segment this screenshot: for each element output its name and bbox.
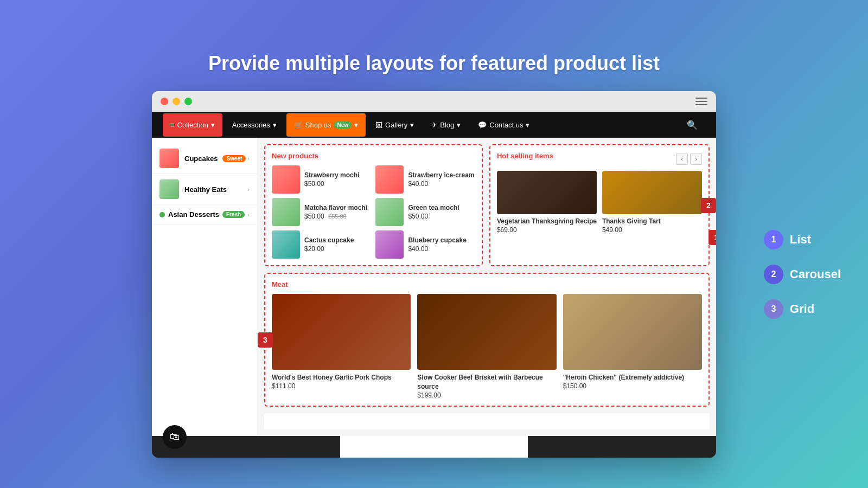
sidebar-item-healthy[interactable]: Healthy Eats › bbox=[152, 174, 257, 205]
top-sections: New products Strawberry mochi $50.00 bbox=[264, 144, 710, 266]
sidebar-item-asian-label: Asian Desserts bbox=[168, 210, 219, 219]
sidebar: Cupcakes Sweet › Healthy Eats › Asian De… bbox=[152, 138, 258, 436]
nav-collection[interactable]: ≡ Collection ▾ bbox=[163, 113, 222, 137]
nav-shop[interactable]: 🛒 Shop us New ▾ bbox=[286, 113, 366, 137]
chevron-right-icon: › bbox=[247, 155, 250, 162]
product-thumb-strawberry1 bbox=[272, 165, 300, 194]
product-info: Green tea mochi $50.00 bbox=[408, 204, 459, 220]
layout-num-1: 1 bbox=[764, 230, 783, 249]
nav-shop-badge: New bbox=[334, 121, 352, 129]
product-info: Strawberry mochi $50.00 bbox=[304, 171, 359, 188]
hot-selling-header: Hot selling items ‹ › bbox=[497, 152, 702, 165]
sidebar-item-cupcakes[interactable]: Cupcakes Sweet › bbox=[152, 143, 257, 174]
nav-accessories-label: Accessories bbox=[232, 121, 270, 129]
product-thumb-strawberry2 bbox=[375, 165, 404, 194]
hot-selling-title: Hot selling items bbox=[497, 152, 553, 160]
nav-blog[interactable]: ✈ Blog ▾ bbox=[424, 113, 468, 137]
product-info: Matcha flavor mochi $50.00 $55.00 bbox=[304, 204, 367, 220]
nav-search-button[interactable]: 🔍 bbox=[679, 112, 705, 138]
product-thumb-greentea bbox=[375, 198, 404, 226]
shop-icon: 🛒 bbox=[294, 121, 303, 129]
product-item: Strawberry ice-cream $40.00 bbox=[375, 165, 475, 194]
product-price: $50.00 $55.00 bbox=[304, 213, 367, 220]
meat-item-price: $111.00 bbox=[272, 382, 411, 390]
product-name: Strawberry mochi bbox=[304, 171, 359, 180]
chevron-down-icon: ▾ bbox=[211, 121, 215, 129]
layout-text-list: List bbox=[790, 233, 811, 247]
hot-selling-section: Hot selling items ‹ › Vegetarian Thanksg… bbox=[489, 144, 710, 266]
product-price: $50.00 bbox=[304, 180, 359, 188]
product-name: Blueberry cupcake bbox=[408, 236, 466, 245]
hot-item-name: Vegetarian Thanksgiving Recipe bbox=[497, 217, 597, 226]
sidebar-item-cupcakes-label: Cupcakes bbox=[184, 155, 218, 163]
layout-label-grid: 3 Grid bbox=[764, 299, 841, 319]
hot-item: Thanks Giving Tart $49.00 bbox=[602, 171, 702, 234]
section-marker-2: 2 bbox=[701, 198, 716, 213]
nav-bar: ≡ Collection ▾ Accessories ▾ 🛒 Shop us N… bbox=[152, 112, 716, 138]
sidebar-item-asian[interactable]: Asian Desserts Fresh › bbox=[152, 205, 257, 224]
meat-item-price: $150.00 bbox=[563, 382, 702, 390]
nav-blog-label: Blog bbox=[440, 121, 454, 129]
list-icon: ≡ bbox=[170, 121, 175, 129]
nav-accessories[interactable]: Accessories ▾ bbox=[225, 113, 284, 137]
product-thumb-blueberry bbox=[375, 230, 404, 259]
chevron-right-icon: › bbox=[247, 211, 250, 218]
sidebar-thumb-healthy bbox=[159, 179, 179, 199]
product-name: Strawberry ice-cream bbox=[408, 171, 474, 180]
page-title: Provide multiple layouts for featured pr… bbox=[208, 52, 660, 75]
chevron-down-icon: ▾ bbox=[273, 121, 277, 129]
maximize-dot[interactable] bbox=[184, 98, 192, 105]
layout-num-2: 2 bbox=[764, 265, 783, 284]
nav-gallery[interactable]: 🖼 Gallery ▾ bbox=[368, 113, 422, 137]
product-name: Cactus cupcake bbox=[304, 236, 354, 245]
nav-contact[interactable]: 💬 Contact us ▾ bbox=[470, 113, 537, 137]
meat-section: Meat World's Best Honey Garlic Pork Chop… bbox=[264, 273, 710, 407]
hot-items-grid: Vegetarian Thanksgiving Recipe $69.00 Th… bbox=[497, 171, 702, 234]
meat-item-img-pork bbox=[272, 294, 411, 370]
meat-item-price: $199.00 bbox=[417, 391, 556, 399]
next-arrow-button[interactable]: › bbox=[690, 153, 702, 165]
section-marker-3: 3 bbox=[258, 332, 273, 348]
product-price: $40.00 bbox=[408, 245, 466, 253]
shopify-icon: 🛍 bbox=[170, 431, 180, 442]
browser-chrome bbox=[152, 91, 716, 112]
meat-item-name: Slow Cooker Beef Brisket with Barbecue s… bbox=[417, 373, 556, 391]
section-marker-1: 1 bbox=[709, 230, 716, 245]
new-products-title: New products bbox=[272, 152, 475, 160]
hot-item-img-tart bbox=[602, 171, 702, 214]
traffic-lights bbox=[161, 98, 192, 105]
meat-item-name: World's Best Honey Garlic Pork Chops bbox=[272, 373, 411, 382]
nav-contact-label: Contact us bbox=[489, 121, 523, 129]
product-info: Cactus cupcake $20.00 bbox=[304, 236, 354, 253]
products-grid: Strawberry mochi $50.00 Strawberry ice-c… bbox=[272, 165, 475, 259]
layout-labels: 1 List 2 Carousel 3 Grid bbox=[764, 230, 841, 319]
hot-item-name: Thanks Giving Tart bbox=[602, 217, 702, 226]
product-name: Green tea mochi bbox=[408, 204, 459, 213]
chevron-down-icon: ▾ bbox=[457, 121, 461, 129]
close-dot[interactable] bbox=[161, 98, 168, 105]
layout-num-3: 3 bbox=[764, 299, 783, 319]
blog-icon: ✈ bbox=[431, 121, 437, 129]
chevron-down-icon: ▾ bbox=[410, 121, 414, 129]
dot-indicator bbox=[159, 212, 165, 217]
product-thumb-matcha bbox=[272, 198, 300, 226]
nav-collection-label: Collection bbox=[177, 121, 208, 129]
meat-grid: World's Best Honey Garlic Pork Chops $11… bbox=[272, 294, 702, 399]
product-price: $40.00 bbox=[408, 180, 474, 188]
bottom-dark-right bbox=[528, 436, 716, 458]
layout-text-grid: Grid bbox=[790, 302, 814, 316]
meat-item: Slow Cooker Beef Brisket with Barbecue s… bbox=[417, 294, 556, 399]
sidebar-badge-sweet: Sweet bbox=[222, 155, 246, 162]
product-name: Matcha flavor mochi bbox=[304, 204, 367, 213]
product-info: Strawberry ice-cream $40.00 bbox=[408, 171, 474, 188]
chevron-down-icon: ▾ bbox=[526, 121, 529, 129]
chevron-down-icon: ▾ bbox=[354, 121, 358, 129]
product-item: Blueberry cupcake $40.00 bbox=[375, 230, 475, 259]
carousel-nav-arrows: ‹ › bbox=[676, 153, 702, 165]
minimize-dot[interactable] bbox=[173, 98, 180, 105]
prev-arrow-button[interactable]: ‹ bbox=[676, 153, 688, 165]
bottom-white-center bbox=[340, 436, 528, 458]
bottom-strip bbox=[152, 436, 716, 458]
hamburger-icon[interactable] bbox=[695, 98, 707, 105]
sidebar-badge-fresh: Fresh bbox=[222, 211, 245, 218]
